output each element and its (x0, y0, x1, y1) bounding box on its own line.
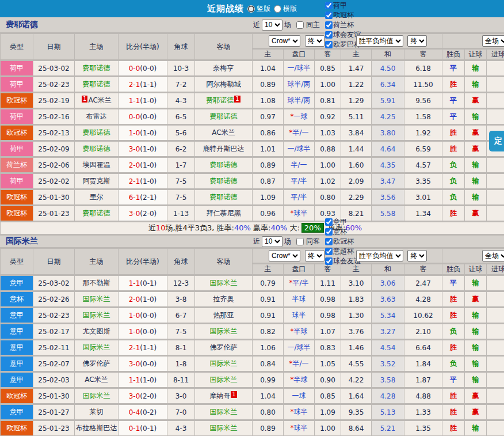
away-team-name[interactable]: 鹿特丹斯巴达 (203, 145, 245, 153)
home-team[interactable]: 费耶诺德 (75, 126, 118, 140)
away-team-name[interactable]: 国际米兰 (210, 279, 238, 287)
home-team-name[interactable]: 里尔 (90, 193, 104, 201)
home-team-name[interactable]: 那不勒斯 (83, 279, 110, 287)
home-team-name[interactable]: 费耶诺德 (83, 209, 110, 217)
league-filter-荷甲[interactable]: 荷甲 (322, 1, 361, 10)
company-select[interactable]: Crow* (269, 250, 300, 261)
final-odds-select-2[interactable]: 终 (407, 250, 427, 261)
home-team[interactable]: 佛罗伦萨 (75, 357, 118, 371)
avg-select[interactable]: 胜平负均值 (356, 250, 403, 261)
away-team[interactable]: AC米兰 (195, 126, 252, 140)
away-team-name[interactable]: 佛罗伦萨 (210, 343, 238, 351)
customize-tab-button[interactable]: 定 (489, 131, 504, 151)
home-team[interactable]: 那不勒斯 (75, 276, 118, 290)
league-checkbox-icon[interactable] (325, 218, 333, 226)
home-team[interactable]: 国际米兰 (75, 292, 118, 306)
away-team-name[interactable]: AC米兰 (212, 128, 235, 137)
home-team-name[interactable]: 费耶诺德 (83, 128, 110, 137)
scope-select[interactable]: 全场 (482, 35, 504, 47)
league-checkbox-icon[interactable] (325, 228, 333, 236)
away-team[interactable]: 费耶诺德 (195, 158, 252, 172)
away-team-name[interactable]: 国际米兰 (210, 359, 238, 367)
league-filter-荷兰杯[interactable]: 荷兰杯 (322, 20, 361, 30)
away-team-name[interactable]: 摩纳哥 (209, 392, 230, 400)
home-team-name[interactable]: AC米兰 (85, 376, 108, 384)
away-team[interactable]: 阿尔梅勒城 (195, 77, 252, 92)
final-odds-select-2[interactable]: 终 (407, 35, 427, 47)
away-team-name[interactable]: 国际米兰 (210, 424, 238, 432)
scope-select[interactable]: 全场 (482, 250, 504, 261)
away-team[interactable]: 国际米兰 (195, 276, 252, 290)
home-team-name[interactable]: 埃因霍温 (83, 161, 110, 169)
same-home-checkbox[interactable] (296, 21, 304, 29)
league-checkbox-icon[interactable] (325, 2, 333, 9)
away-team[interactable]: 费耶诺德 (195, 174, 252, 188)
home-team-name[interactable]: 国际米兰 (83, 295, 110, 303)
away-team[interactable]: 费耶诺德1 (195, 93, 252, 108)
league-filter-欧冠杯[interactable]: 欧冠杯 (322, 10, 361, 20)
home-team-name[interactable]: 布雷达 (86, 112, 107, 120)
away-team[interactable]: 奈梅亨 (195, 61, 252, 75)
match-count-select[interactable]: 10 (262, 20, 282, 31)
away-team-name[interactable]: 热那亚 (213, 311, 234, 319)
league-checkbox-icon[interactable] (325, 257, 333, 265)
league-checkbox-icon[interactable] (325, 41, 333, 48)
league-filter-意甲[interactable]: 意甲 (322, 217, 361, 227)
home-team-name[interactable]: 国际米兰 (83, 343, 110, 351)
home-team-name[interactable]: 费耶诺德 (83, 80, 110, 88)
home-team[interactable]: 国际米兰 (75, 340, 118, 355)
home-team[interactable]: 费耶诺德 (75, 77, 118, 92)
home-team[interactable]: 埃因霍温 (75, 158, 118, 172)
away-team[interactable]: 热那亚 (195, 308, 252, 323)
away-team[interactable]: 费耶诺德 (195, 109, 252, 124)
home-team-name[interactable]: 莱切 (90, 408, 104, 416)
league-checkbox-icon[interactable] (325, 31, 333, 39)
home-team[interactable]: 阿贾克斯 (75, 174, 118, 188)
away-team-name[interactable]: 国际米兰 (210, 327, 238, 335)
home-team[interactable]: 里尔 (75, 190, 118, 204)
league-checkbox-icon[interactable] (325, 21, 333, 29)
home-team[interactable]: 费耶诺德 (75, 206, 118, 221)
away-team-name[interactable]: 费耶诺德 (210, 193, 238, 201)
away-team[interactable]: 国际米兰 (195, 357, 252, 371)
league-checkbox-icon[interactable] (325, 12, 333, 19)
away-team[interactable]: 费耶诺德 (195, 190, 252, 204)
league-checkbox-icon[interactable] (325, 238, 333, 245)
home-team[interactable]: 布雷达 (75, 109, 118, 124)
home-team-name[interactable]: 阿贾克斯 (83, 177, 110, 185)
home-team[interactable]: AC米兰 (75, 373, 118, 387)
league-filter-意杯[interactable]: 意杯 (322, 227, 361, 237)
home-team[interactable]: 1AC米兰 (75, 93, 118, 108)
final-odds-select[interactable]: 终 (305, 35, 324, 47)
avg-select[interactable]: 胜平负均值 (356, 35, 403, 47)
away-team-name[interactable]: 阿尔梅勒城 (207, 80, 241, 88)
away-team[interactable]: 拉齐奥 (195, 292, 252, 306)
home-team-name[interactable]: 国际米兰 (83, 392, 110, 400)
away-team-name[interactable]: 费耶诺德 (210, 112, 238, 120)
away-team[interactable]: 摩纳哥1 (195, 389, 252, 403)
away-team-name[interactable]: 费耶诺德 (210, 177, 238, 185)
away-team-name[interactable]: 国际米兰 (210, 408, 238, 416)
away-team[interactable]: 鹿特丹斯巴达 (195, 142, 252, 156)
away-team[interactable]: 国际米兰 (195, 324, 252, 339)
home-team-name[interactable]: 佛罗伦萨 (83, 359, 110, 367)
home-team-name[interactable]: 国际米兰 (83, 311, 110, 319)
home-team-name[interactable]: 费耶诺德 (83, 145, 110, 153)
away-team[interactable]: 佛罗伦萨 (195, 340, 252, 355)
company-select[interactable]: Crow* (269, 35, 300, 47)
home-team-name[interactable]: AC米兰 (88, 96, 111, 104)
away-team-name[interactable]: 奈梅亨 (213, 64, 234, 72)
league-checkbox-icon[interactable] (325, 248, 333, 255)
home-team[interactable]: 国际米兰 (75, 389, 118, 403)
home-team[interactable]: 布拉格斯巴达 (75, 421, 118, 435)
home-team-name[interactable]: 尤文图斯 (83, 327, 110, 335)
home-team[interactable]: 费耶诺德 (75, 61, 118, 75)
away-team[interactable]: 国际米兰 (195, 405, 252, 419)
home-team-name[interactable]: 费耶诺德 (83, 64, 110, 72)
home-team[interactable]: 国际米兰 (75, 308, 118, 323)
away-team-name[interactable]: 拜仁慕尼黑 (207, 209, 241, 217)
away-team-name[interactable]: 国际米兰 (210, 376, 238, 384)
away-team-name[interactable]: 费耶诺德 (210, 161, 238, 169)
away-team[interactable]: 拜仁慕尼黑 (195, 206, 252, 221)
match-count-select[interactable]: 10 (262, 236, 282, 247)
